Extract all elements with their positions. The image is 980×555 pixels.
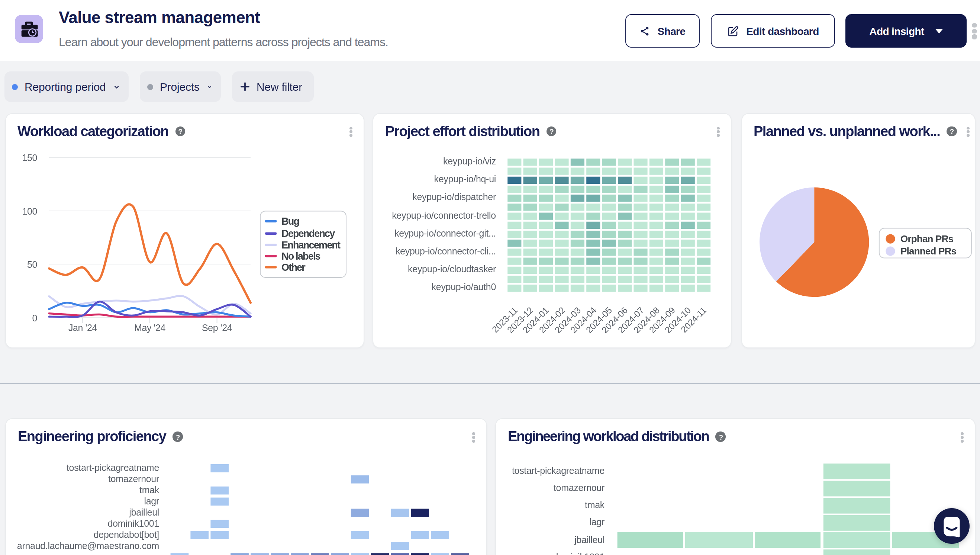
svg-text:Other: Other bbox=[281, 261, 305, 273]
svg-text:Sep '24: Sep '24 bbox=[201, 322, 232, 332]
svg-text:Bug: Bug bbox=[281, 215, 299, 226]
svg-text:May '24: May '24 bbox=[134, 322, 165, 332]
svg-text:100: 100 bbox=[22, 206, 37, 216]
svg-text:Jan '24: Jan '24 bbox=[68, 322, 97, 332]
svg-text:Planned PRs: Planned PRs bbox=[900, 245, 956, 256]
svg-text:0: 0 bbox=[32, 313, 37, 323]
svg-text:50: 50 bbox=[27, 259, 37, 269]
svg-text:Enhancement: Enhancement bbox=[281, 239, 340, 250]
svg-text:No labels: No labels bbox=[281, 250, 320, 261]
svg-text:150: 150 bbox=[22, 152, 37, 162]
svg-text:Orphan PRs: Orphan PRs bbox=[900, 233, 953, 244]
svg-text:Dependency: Dependency bbox=[281, 228, 334, 239]
